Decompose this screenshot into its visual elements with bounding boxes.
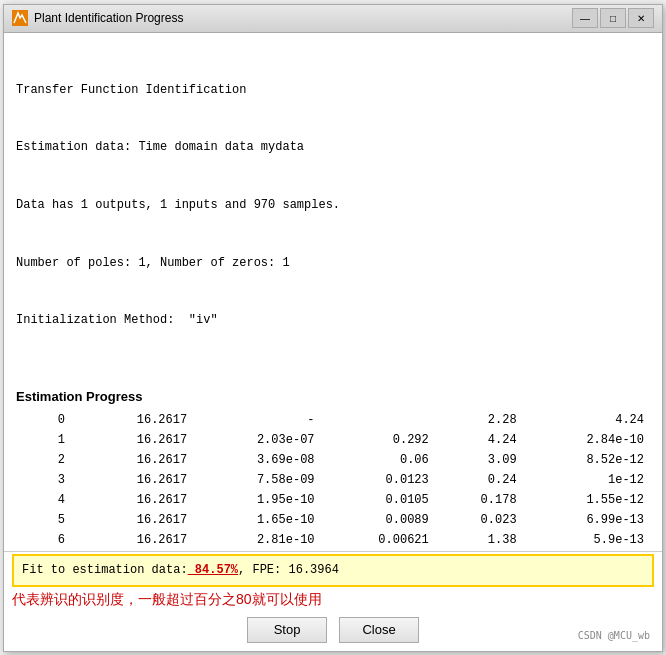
progress-table: 016.2617-2.284.24116.26172.03e-070.2924.… <box>16 410 650 551</box>
table-cell: 0.023 <box>435 510 523 530</box>
stop-button[interactable]: Stop <box>247 617 327 643</box>
table-cell: 5 <box>16 510 79 530</box>
table-cell: 0 <box>16 410 79 430</box>
table-cell: 1.55e-12 <box>523 490 650 510</box>
table-cell: 2.84e-10 <box>523 430 650 450</box>
window-controls: — □ ✕ <box>572 8 654 28</box>
table-cell: 0.24 <box>435 470 523 490</box>
minimize-button[interactable]: — <box>572 8 598 28</box>
table-cell: 5.9e-13 <box>523 530 650 550</box>
info-section: Transfer Function Identification Estimat… <box>16 43 650 369</box>
table-row: 216.26173.69e-080.063.098.52e-12 <box>16 450 650 470</box>
fit-bar-container: Fit to estimation data: 84.57%, FPE: 16.… <box>12 554 654 586</box>
table-cell: 16.2617 <box>79 470 193 490</box>
title-bar: Plant Identification Progress — □ ✕ <box>4 5 662 33</box>
watermark: CSDN @MCU_wb <box>578 630 650 641</box>
table-cell: 0.0123 <box>321 470 435 490</box>
table-cell: 16.2617 <box>79 490 193 510</box>
table-cell: 3.09 <box>435 450 523 470</box>
table-cell: 8.52e-12 <box>523 450 650 470</box>
fpe-value: 16.3964 <box>281 563 339 577</box>
table-cell: 16.2617 <box>79 410 193 430</box>
table-cell: 1.38 <box>435 530 523 550</box>
info-line3: Data has 1 outputs, 1 inputs and 970 sam… <box>16 196 650 215</box>
table-cell: 0.178 <box>435 490 523 510</box>
info-line1: Transfer Function Identification <box>16 81 650 100</box>
info-line2: Estimation data: Time domain data mydata <box>16 138 650 157</box>
table-cell: 16.2617 <box>79 430 193 450</box>
table-cell: 0.00621 <box>321 530 435 550</box>
table-cell: 2.28 <box>435 410 523 430</box>
table-cell: - <box>193 410 320 430</box>
table-cell: 2.03e-07 <box>193 430 320 450</box>
table-cell: 0.0089 <box>321 510 435 530</box>
table-cell: 3.69e-08 <box>193 450 320 470</box>
content-area: Transfer Function Identification Estimat… <box>4 33 662 651</box>
table-cell: 0.292 <box>321 430 435 450</box>
table-cell: 16.2617 <box>79 450 193 470</box>
table-cell: 4.24 <box>435 430 523 450</box>
table-cell: 0.0105 <box>321 490 435 510</box>
table-cell: 6 <box>16 530 79 550</box>
close-window-button[interactable]: ✕ <box>628 8 654 28</box>
table-row: 416.26171.95e-100.01050.1781.55e-12 <box>16 490 650 510</box>
table-cell: 1.95e-10 <box>193 490 320 510</box>
info-line4: Number of poles: 1, Number of zeros: 1 <box>16 254 650 273</box>
table-cell: 16.2617 <box>79 510 193 530</box>
estimation-progress-title: Estimation Progress <box>16 387 650 407</box>
table-row: 516.26171.65e-100.00890.0236.99e-13 <box>16 510 650 530</box>
chinese-annotation: 代表辨识的识别度，一般超过百分之80就可以使用 <box>4 587 662 611</box>
info-line5: Initialization Method: "iv" <box>16 311 650 330</box>
table-cell: 6.99e-13 <box>523 510 650 530</box>
main-window: Plant Identification Progress — □ ✕ Tran… <box>3 4 663 652</box>
close-button[interactable]: Close <box>339 617 419 643</box>
button-row: Stop Close <box>4 611 662 651</box>
table-cell: 4.24 <box>523 410 650 430</box>
table-cell <box>321 410 435 430</box>
table-row: 616.26172.81e-100.006211.385.9e-13 <box>16 530 650 550</box>
table-cell: 3 <box>16 470 79 490</box>
window-title: Plant Identification Progress <box>34 11 572 25</box>
table-cell: 2 <box>16 450 79 470</box>
fit-value: 84.57% <box>188 563 238 577</box>
app-icon <box>12 10 28 26</box>
table-row: 316.26177.58e-090.01230.241e-12 <box>16 470 650 490</box>
fpe-label: , FPE: <box>238 563 281 577</box>
bottom-panel: Fit to estimation data: 84.57%, FPE: 16.… <box>4 551 662 650</box>
table-row: 116.26172.03e-070.2924.242.84e-10 <box>16 430 650 450</box>
table-cell: 1 <box>16 430 79 450</box>
table-cell: 16.2617 <box>79 530 193 550</box>
scroll-area[interactable]: Transfer Function Identification Estimat… <box>4 33 662 552</box>
table-cell: 7.58e-09 <box>193 470 320 490</box>
maximize-button[interactable]: □ <box>600 8 626 28</box>
table-row: 016.2617-2.284.24 <box>16 410 650 430</box>
fit-label: Fit to estimation data: <box>22 563 188 577</box>
table-cell: 4 <box>16 490 79 510</box>
table-cell: 0.06 <box>321 450 435 470</box>
table-cell: 2.81e-10 <box>193 530 320 550</box>
table-cell: 1.65e-10 <box>193 510 320 530</box>
table-cell: 1e-12 <box>523 470 650 490</box>
